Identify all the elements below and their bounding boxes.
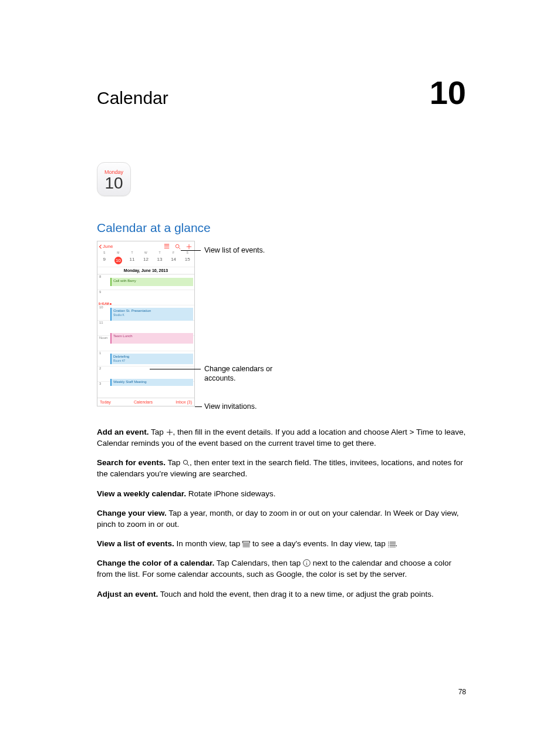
- section-title: Calendar at a glance: [97, 221, 466, 235]
- search-icon[interactable]: [175, 244, 181, 250]
- day-list-icon: [388, 542, 396, 547]
- callout-change: Change calendars or accounts.: [201, 364, 289, 384]
- calendar-app-icon: Monday 10: [97, 162, 131, 196]
- day-header: Monday, June 10, 2013: [97, 267, 194, 274]
- callouts: View list of events. Change calendars or…: [195, 241, 466, 411]
- weekday-row: SMTWTFS: [97, 250, 194, 255]
- date-row: 9101112131415: [97, 255, 194, 267]
- month-list-icon: [242, 541, 250, 547]
- callout-list: View list of events.: [201, 246, 265, 255]
- svg-point-6: [388, 547, 389, 547]
- calendar-screenshot: June SMTWTFS 9101112131415 Monday, June …: [97, 241, 195, 406]
- svg-point-3: [388, 542, 389, 542]
- icon-day: 10: [104, 175, 123, 191]
- list-icon[interactable]: [164, 244, 170, 250]
- search-icon: [183, 459, 190, 466]
- inbox-button[interactable]: Inbox (3): [176, 400, 192, 404]
- plus-icon: [166, 429, 173, 436]
- today-button[interactable]: Today: [100, 400, 111, 404]
- chevron-left-icon: [99, 244, 102, 249]
- chapter-title: Calendar: [97, 88, 168, 108]
- timeline: 9:41AM 891011Noon123Call with BarryGratt…: [97, 274, 194, 398]
- svg-point-5: [388, 545, 389, 546]
- plus-icon[interactable]: [186, 244, 192, 250]
- svg-rect-2: [243, 542, 250, 543]
- callout-invites: View invitations.: [201, 402, 257, 411]
- info-icon: i: [303, 559, 311, 567]
- svg-text:i: i: [306, 561, 308, 566]
- page-number: 78: [458, 688, 466, 696]
- svg-point-1: [183, 460, 187, 465]
- back-button[interactable]: June: [99, 244, 113, 249]
- svg-point-0: [176, 244, 179, 248]
- chapter-number: 10: [430, 76, 466, 109]
- svg-point-4: [388, 543, 389, 544]
- body-text: Add an event. Tap , then fill in the eve…: [97, 426, 466, 600]
- calendars-button[interactable]: Calendars: [134, 400, 153, 404]
